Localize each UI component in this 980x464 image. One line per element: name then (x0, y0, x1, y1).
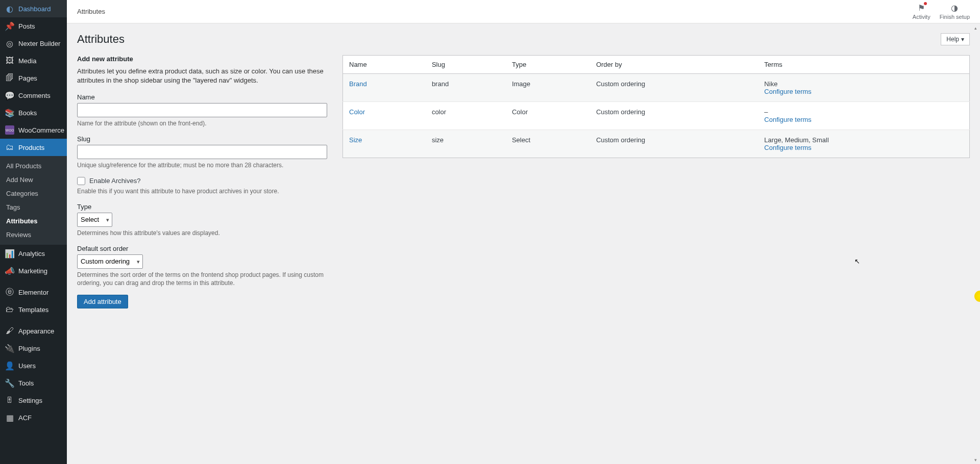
sidebar-item-label: Posts (18, 22, 35, 30)
sidebar-item-elementor[interactable]: ⓔElementor (0, 283, 67, 301)
name-label: Name (77, 93, 327, 101)
sidebar-item-label: Templates (18, 306, 48, 314)
sidebar-item-pages[interactable]: 🗐Pages (0, 69, 67, 87)
sidebar-item-posts[interactable]: 📌Posts (0, 17, 67, 35)
sidebar-item-label: Dashboard (18, 5, 51, 13)
sidebar-item-label: Settings (18, 397, 42, 404)
woo-icon: woo (5, 125, 14, 135)
sidebar-item-settings[interactable]: 🎚Settings (0, 392, 67, 409)
sidebar-item-comments[interactable]: 💬Comments (0, 87, 67, 104)
main-area: Attributes ⚑ Activity ◑ Finish setup Att… (67, 0, 980, 464)
breadcrumb: Attributes (77, 8, 105, 15)
type-select[interactable]: Select (77, 213, 112, 227)
help-toggle[interactable]: Help▾ (941, 33, 970, 45)
sidebar-item-label: WooCommerce (18, 126, 64, 134)
submenu-reviews[interactable]: Reviews (0, 228, 67, 242)
submenu-all-products[interactable]: All Products (0, 159, 67, 173)
table-row: Size size Select Custom ordering Large, … (343, 130, 970, 158)
progress-icon: ◑ (951, 3, 958, 13)
sidebar-item-label: Products (18, 144, 44, 151)
chevron-down-icon: ▾ (961, 36, 964, 43)
sidebar-item-products[interactable]: 🗂Products (0, 139, 67, 156)
notification-dot (924, 2, 927, 5)
activity-label: Activity (913, 14, 930, 20)
attr-terms: Nike (764, 80, 777, 88)
attr-slug: color (426, 102, 506, 130)
add-attribute-button[interactable]: Add attribute (77, 295, 128, 308)
elementor-icon: ⓔ (5, 288, 14, 297)
th-name: Name (343, 56, 426, 74)
sidebar-item-acf[interactable]: ▦ACF (0, 409, 67, 426)
scrollbar[interactable]: ▴ ▾ (971, 23, 980, 464)
submenu-tags[interactable]: Tags (0, 200, 67, 214)
sidebar-item-label: Comments (18, 92, 51, 99)
sidebar-item-users[interactable]: 👤Users (0, 357, 67, 374)
table-row: Brand brand Image Custom ordering NikeCo… (343, 74, 970, 102)
attributes-table: Name Slug Type Order by Terms Brand bran… (342, 55, 970, 158)
sidebar-item-label: Books (18, 109, 37, 117)
sort-select[interactable]: Custom ordering (77, 254, 143, 269)
page-title: Attributes (77, 33, 125, 46)
attr-name-link[interactable]: Color (349, 108, 365, 116)
sidebar-item-dashboard[interactable]: ◐Dashboard (0, 0, 67, 17)
topbar: Attributes ⚑ Activity ◑ Finish setup (67, 0, 980, 23)
attr-slug: brand (426, 74, 506, 102)
sidebar-item-templates[interactable]: 🗁Templates (0, 301, 67, 318)
name-help: Name for the attribute (shown on the fro… (77, 119, 327, 128)
flag-icon: ⚑ (918, 3, 925, 13)
attr-order: Custom ordering (590, 74, 758, 102)
dashboard-icon: ◐ (5, 4, 14, 13)
submenu-add-new[interactable]: Add New (0, 173, 67, 187)
submenu-attributes[interactable]: Attributes (0, 214, 67, 228)
scroll-up-button[interactable]: ▴ (971, 23, 980, 32)
acf-icon: ▦ (5, 413, 14, 422)
book-icon: 📚 (5, 108, 14, 117)
analytics-icon: 📊 (5, 249, 14, 258)
activity-button[interactable]: ⚑ Activity (913, 3, 930, 20)
sidebar-item-woocommerce[interactable]: wooWooCommerce (0, 121, 67, 139)
enable-archives-label: Enable Archives? (89, 177, 140, 185)
sidebar-item-label: Analytics (18, 250, 45, 257)
media-icon: 🖾 (5, 56, 14, 65)
pages-icon: 🗐 (5, 73, 14, 83)
th-order: Order by (590, 56, 758, 74)
configure-terms-link[interactable]: Configure terms (764, 88, 963, 95)
name-input[interactable] (77, 103, 327, 117)
sidebar-item-books[interactable]: 📚Books (0, 104, 67, 121)
attr-name-link[interactable]: Brand (349, 80, 367, 88)
sort-label: Default sort order (77, 245, 327, 252)
attr-order: Custom ordering (590, 130, 758, 158)
configure-terms-link[interactable]: Configure terms (764, 144, 963, 151)
sort-help: Determines the sort order of the terms o… (77, 271, 327, 288)
configure-terms-link[interactable]: Configure terms (764, 116, 963, 123)
sidebar-item-label: Nexter Builder (18, 40, 60, 47)
slug-input[interactable] (77, 145, 327, 159)
submenu-categories[interactable]: Categories (0, 187, 67, 200)
th-slug: Slug (426, 56, 506, 74)
scroll-down-button[interactable]: ▾ (971, 455, 980, 464)
attr-terms: Large, Medium, Small (764, 136, 828, 144)
plug-icon: 🔌 (5, 344, 14, 353)
help-label: Help (946, 36, 959, 43)
sidebar-item-marketing[interactable]: 📣Marketing (0, 262, 67, 279)
sidebar-item-label: Elementor (18, 289, 48, 296)
form-title: Add new attribute (77, 55, 327, 63)
sidebar-item-nexter[interactable]: ◎Nexter Builder (0, 35, 67, 52)
attr-name-link[interactable]: Size (349, 136, 362, 144)
enable-archives-checkbox[interactable] (77, 177, 85, 185)
products-icon: 🗂 (5, 143, 14, 152)
th-terms: Terms (758, 56, 969, 74)
attr-type: Select (506, 130, 590, 158)
attr-type: Image (506, 74, 590, 102)
sidebar-item-media[interactable]: 🖾Media (0, 52, 67, 69)
sidebar-item-analytics[interactable]: 📊Analytics (0, 245, 67, 262)
table-row: Color color Color Custom ordering –Confi… (343, 102, 970, 130)
type-help: Determines how this attribute's values a… (77, 229, 327, 238)
sidebar-item-appearance[interactable]: 🖌Appearance (0, 322, 67, 340)
attr-type: Color (506, 102, 590, 130)
archives-help: Enable this if you want this attribute t… (77, 187, 327, 196)
sidebar-item-plugins[interactable]: 🔌Plugins (0, 340, 67, 357)
sidebar-item-label: Appearance (18, 327, 54, 335)
finish-setup-button[interactable]: ◑ Finish setup (940, 3, 970, 20)
sidebar-item-tools[interactable]: 🔧Tools (0, 374, 67, 392)
